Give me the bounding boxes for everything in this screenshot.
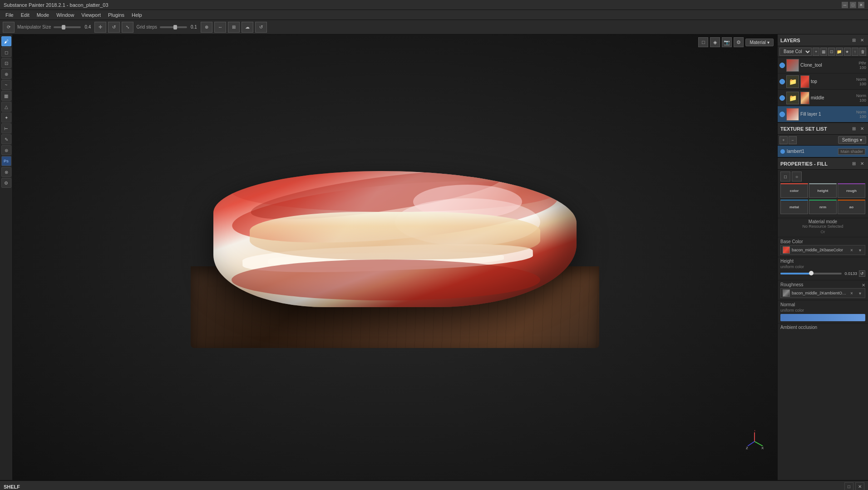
layer-visibility-toggle[interactable]: [779, 63, 785, 68]
add-folder[interactable]: 📁: [836, 48, 843, 56]
menu-plugins[interactable]: Plugins: [104, 11, 128, 19]
grid-steps-slider[interactable]: [160, 26, 187, 28]
fill-tool[interactable]: ▦: [1, 91, 11, 101]
add-paint-layer[interactable]: +: [813, 48, 819, 56]
add-mask[interactable]: ⊡: [828, 48, 835, 56]
paint-tool[interactable]: 🖌: [1, 36, 11, 46]
close-button[interactable]: ✕: [858, 2, 864, 8]
layer-middle[interactable]: 📁 middle Norm 100: [778, 90, 868, 106]
base-color-close[interactable]: ×: [848, 247, 855, 253]
channel-sphere-icon[interactable]: ○: [792, 172, 802, 181]
texture-set-close[interactable]: ✕: [859, 126, 865, 132]
frame-all[interactable]: ↔: [214, 22, 226, 33]
app-title: Substance Painter 2018.2.1 - bacon_platt…: [4, 2, 108, 8]
smudge-tool[interactable]: ~: [1, 80, 11, 90]
bake-tool[interactable]: ⊗: [1, 167, 11, 177]
select-tool[interactable]: ⊛: [1, 145, 11, 155]
base-color-item[interactable]: bacon_middle_2KbaseColor × ▾: [780, 245, 865, 255]
channel-2d-icon[interactable]: □: [780, 172, 790, 181]
roughness-dropdown[interactable]: ▾: [857, 290, 863, 296]
menu-window[interactable]: Window: [53, 11, 78, 19]
roughness-value: bacon_middle_2KambientOcclusion: [792, 291, 847, 295]
normal-sublabel: uniform color: [780, 308, 865, 313]
minimize-button[interactable]: ─: [842, 2, 848, 8]
channel-rough[interactable]: rough: [838, 183, 865, 198]
layer-top[interactable]: 📁 top Norm 100: [778, 74, 868, 90]
settings-tool[interactable]: ⚙: [1, 178, 11, 188]
channel-nrm[interactable]: nrm: [809, 200, 837, 214]
manipulator-size-slider[interactable]: [54, 26, 81, 28]
delete-layer[interactable]: 🗑: [859, 48, 866, 56]
scale-tool[interactable]: ⤡: [122, 22, 133, 33]
reset-view[interactable]: ⊕: [201, 22, 212, 33]
layer-visibility-toggle[interactable]: [779, 79, 785, 84]
channel-height[interactable]: height: [809, 183, 837, 198]
layer-visibility-toggle[interactable]: [779, 112, 785, 117]
height-slider[interactable]: [780, 273, 842, 274]
menu-help[interactable]: Help: [128, 11, 146, 19]
texture-set-indicator: [780, 149, 785, 154]
erase-tool[interactable]: ◻: [1, 47, 11, 57]
clone-tool[interactable]: ⊕: [1, 69, 11, 79]
channel-ao[interactable]: ao: [838, 200, 865, 214]
camera-settings[interactable]: 📷: [722, 37, 732, 47]
roughness-label: Roughness: [780, 282, 804, 287]
svg-line-2: [748, 441, 755, 446]
channel-metal[interactable]: metal: [780, 200, 808, 214]
annotate-tool[interactable]: ✎: [1, 134, 11, 144]
layer-clone-tool[interactable]: Clone_tool Pthr 100: [778, 57, 868, 74]
menu-bar: File Edit Mode Window Viewport Plugins H…: [0, 10, 868, 20]
2d-view-toggle[interactable]: □: [698, 37, 708, 47]
toggle-grid[interactable]: ⊞: [228, 22, 240, 33]
menu-mode[interactable]: Mode: [33, 11, 53, 19]
menu-viewport[interactable]: Viewport: [78, 11, 104, 19]
shelf-close[interactable]: ✕: [855, 482, 864, 490]
texture-set-shader[interactable]: Main shader: [838, 148, 865, 155]
channel-color[interactable]: color: [780, 183, 808, 198]
material-mode-dropdown[interactable]: Material ▾: [745, 39, 774, 46]
manipulator-size-label: Manipulator Size: [17, 24, 51, 29]
roughness-item[interactable]: bacon_middle_2KambientOcclusion × ▾: [780, 288, 865, 298]
ps-icon[interactable]: Ps: [1, 156, 11, 166]
normal-bar[interactable]: [780, 314, 865, 321]
color-picker[interactable]: ✦: [1, 113, 11, 122]
transform-tool[interactable]: ⟳: [3, 22, 15, 33]
layer-opacity: Pthr 100: [858, 61, 866, 70]
display-settings[interactable]: ⚙: [734, 37, 744, 47]
svg-line-1: [755, 441, 763, 446]
blend-mode-select[interactable]: Base Col: [779, 48, 812, 56]
menu-file[interactable]: File: [2, 11, 17, 19]
layers-expand[interactable]: ⊞: [851, 37, 857, 44]
properties-close[interactable]: ✕: [859, 161, 865, 167]
refresh[interactable]: ↺: [255, 22, 267, 33]
layers-close[interactable]: ✕: [859, 37, 865, 44]
toggle-env[interactable]: ☁: [242, 22, 253, 33]
svg-text:Y: Y: [754, 430, 756, 432]
height-reset[interactable]: ↺: [859, 270, 865, 277]
texture-set-item[interactable]: lambert1 Main shader: [778, 146, 868, 157]
menu-edit[interactable]: Edit: [17, 11, 33, 19]
layer-thumbnail-folder: 📁: [786, 92, 799, 104]
rotate-tool[interactable]: ↺: [108, 22, 120, 33]
layer-effects[interactable]: ★: [844, 48, 851, 56]
add-fill-layer[interactable]: ▦: [820, 48, 827, 56]
texture-set-expand[interactable]: ⊞: [851, 126, 857, 132]
base-color-dropdown[interactable]: ▾: [857, 247, 863, 253]
roughness-close[interactable]: ×: [848, 290, 855, 296]
roughness-section-close[interactable]: ✕: [862, 283, 865, 288]
texture-set-add[interactable]: +: [779, 136, 788, 144]
layer-import[interactable]: ↑: [852, 48, 858, 56]
polygon-fill[interactable]: △: [1, 102, 11, 112]
measure-tool[interactable]: ⊢: [1, 123, 11, 133]
layer-visibility-toggle[interactable]: [779, 95, 785, 101]
move-tool[interactable]: ✛: [94, 22, 106, 33]
maximize-button[interactable]: □: [850, 2, 856, 8]
texture-set-settings[interactable]: Settings ▾: [838, 136, 866, 144]
texture-set-remove[interactable]: −: [789, 136, 797, 144]
3d-view-toggle[interactable]: ◈: [710, 37, 720, 47]
shelf-restore[interactable]: □: [844, 482, 853, 490]
3d-viewport[interactable]: □ ◈ 📷 ⚙ Material ▾ Y X Z: [13, 34, 777, 480]
layer-fill-1[interactable]: Fill layer 1 Norm 100: [778, 106, 868, 122]
project-tool[interactable]: ⊡: [1, 58, 11, 68]
properties-expand[interactable]: ⊞: [851, 161, 857, 167]
